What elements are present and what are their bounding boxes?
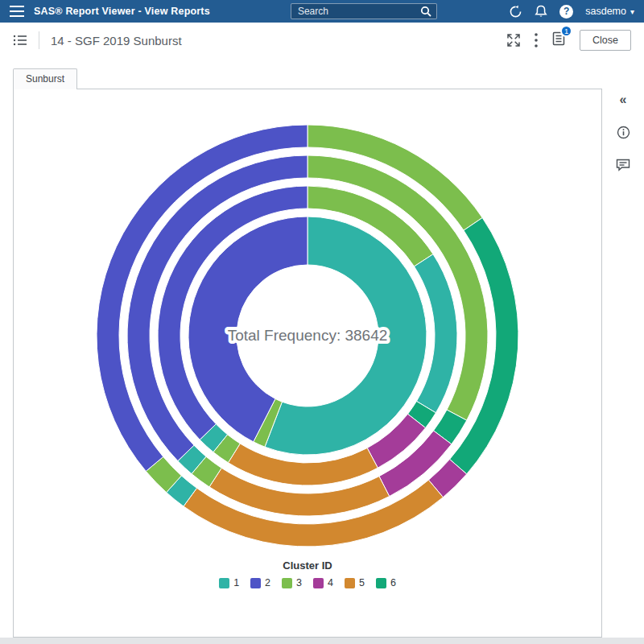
comment-bubble-icon[interactable] bbox=[616, 159, 630, 171]
legend-swatch bbox=[376, 578, 386, 588]
top-app-bar: SAS® Report Viewer - View Reports ? sasd… bbox=[0, 0, 644, 23]
legend-swatch bbox=[250, 578, 261, 588]
legend-label: 4 bbox=[328, 577, 333, 588]
legend-item-cluster-3[interactable]: 3 bbox=[282, 577, 302, 588]
notifications-icon[interactable] bbox=[535, 5, 547, 19]
legend-item-cluster-1[interactable]: 1 bbox=[219, 577, 239, 588]
report-comments-button[interactable]: 1 bbox=[552, 31, 565, 49]
right-rail: « bbox=[613, 93, 633, 171]
search-icon[interactable] bbox=[415, 4, 436, 19]
legend-swatch bbox=[345, 578, 355, 588]
legend-item-cluster-6[interactable]: 6 bbox=[376, 577, 396, 588]
kebab-menu-icon[interactable] bbox=[535, 33, 538, 47]
history-icon[interactable] bbox=[509, 5, 522, 19]
topbar-actions: ? sasdemo ▾ bbox=[509, 5, 634, 19]
legend-label: 6 bbox=[390, 577, 396, 588]
legend-title: Cluster ID bbox=[219, 559, 396, 572]
report-contents-icon[interactable] bbox=[13, 34, 27, 47]
legend-item-cluster-5[interactable]: 5 bbox=[345, 577, 365, 588]
legend-swatch bbox=[313, 578, 324, 588]
hamburger-menu-icon[interactable] bbox=[10, 6, 24, 17]
user-name: sasdemo bbox=[585, 6, 626, 17]
sunburst-chart-container: Total Frequency: 38642Total Frequency: 3… bbox=[26, 118, 589, 556]
sunburst-center-label: Total Frequency: 38642 bbox=[228, 327, 388, 344]
toolbar-actions: 1 Close bbox=[507, 30, 631, 51]
legend-item-cluster-4[interactable]: 4 bbox=[313, 577, 333, 588]
report-toolbar: 14 - SGF 2019 Sunburst 1 Close bbox=[0, 23, 644, 58]
app-title: SAS® Report Viewer - View Reports bbox=[34, 6, 210, 17]
tab-sunburst[interactable]: Sunburst bbox=[13, 68, 77, 89]
user-menu[interactable]: sasdemo ▾ bbox=[585, 6, 634, 17]
info-icon[interactable] bbox=[617, 126, 630, 139]
maximize-icon[interactable] bbox=[507, 34, 520, 47]
chevron-down-icon: ▾ bbox=[630, 7, 634, 16]
report-title: 14 - SGF 2019 Sunburst bbox=[51, 34, 182, 47]
help-icon[interactable]: ? bbox=[559, 5, 573, 19]
legend-swatch bbox=[219, 578, 229, 588]
search-input[interactable] bbox=[291, 6, 415, 17]
toolbar-divider bbox=[39, 31, 39, 49]
legend-label: 3 bbox=[296, 577, 302, 588]
close-button[interactable]: Close bbox=[580, 30, 631, 51]
legend: Cluster ID 123456 bbox=[219, 559, 396, 588]
legend-label: 2 bbox=[265, 577, 270, 588]
legend-items: 123456 bbox=[219, 577, 396, 588]
search-box[interactable] bbox=[291, 3, 437, 19]
bottom-gutter bbox=[0, 638, 644, 644]
legend-swatch bbox=[282, 578, 292, 588]
collapse-panel-icon[interactable]: « bbox=[620, 93, 627, 106]
sunburst-chart: Total Frequency: 38642Total Frequency: 3… bbox=[26, 118, 589, 553]
legend-item-cluster-2[interactable]: 2 bbox=[250, 577, 270, 588]
comments-badge: 1 bbox=[560, 25, 572, 37]
report-canvas: Total Frequency: 38642Total Frequency: 3… bbox=[13, 89, 602, 638]
tab-strip: Sunburst bbox=[0, 58, 644, 89]
legend-label: 1 bbox=[233, 577, 239, 588]
legend-label: 5 bbox=[359, 577, 365, 588]
